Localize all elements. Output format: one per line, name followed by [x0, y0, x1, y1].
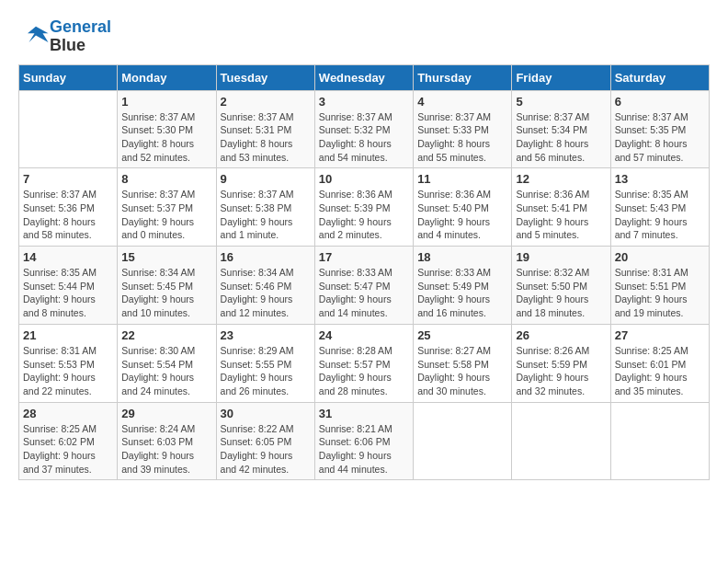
- calendar-cell: 25Sunrise: 8:27 AMSunset: 5:58 PMDayligh…: [414, 324, 512, 402]
- calendar-cell: 19Sunrise: 8:32 AMSunset: 5:50 PMDayligh…: [512, 247, 610, 325]
- day-number: 10: [319, 172, 409, 186]
- calendar-cell: 3Sunrise: 8:37 AMSunset: 5:32 PMDaylight…: [314, 90, 413, 168]
- calendar-cell: 8Sunrise: 8:37 AMSunset: 5:37 PMDaylight…: [118, 168, 216, 247]
- page-header: GeneralBlue: [18, 18, 710, 55]
- calendar-cell: [512, 402, 610, 480]
- day-number: 15: [121, 250, 211, 264]
- day-info: Sunrise: 8:36 AMSunset: 5:39 PMDaylight:…: [319, 188, 409, 242]
- calendar-cell: 27Sunrise: 8:25 AMSunset: 6:01 PMDayligh…: [610, 324, 709, 402]
- day-number: 5: [516, 95, 606, 109]
- column-header-monday: Monday: [118, 64, 216, 90]
- day-info: Sunrise: 8:34 AMSunset: 5:45 PMDaylight:…: [121, 266, 211, 320]
- calendar-week-5: 28Sunrise: 8:25 AMSunset: 6:02 PMDayligh…: [19, 402, 710, 480]
- calendar-cell: [19, 90, 118, 168]
- calendar-cell: 15Sunrise: 8:34 AMSunset: 5:45 PMDayligh…: [118, 247, 216, 325]
- day-number: 6: [615, 95, 705, 109]
- calendar-cell: 7Sunrise: 8:37 AMSunset: 5:36 PMDaylight…: [19, 168, 118, 247]
- calendar-cell: 23Sunrise: 8:29 AMSunset: 5:55 PMDayligh…: [216, 324, 314, 402]
- calendar-cell: 17Sunrise: 8:33 AMSunset: 5:47 PMDayligh…: [314, 247, 413, 325]
- day-info: Sunrise: 8:37 AMSunset: 5:34 PMDaylight:…: [516, 110, 606, 165]
- calendar-cell: 12Sunrise: 8:36 AMSunset: 5:41 PMDayligh…: [512, 168, 610, 247]
- day-number: 17: [319, 250, 409, 264]
- day-number: 28: [23, 407, 113, 420]
- day-info: Sunrise: 8:37 AMSunset: 5:32 PMDaylight:…: [319, 110, 409, 165]
- day-info: Sunrise: 8:25 AMSunset: 6:02 PMDaylight:…: [23, 422, 113, 477]
- calendar-cell: 30Sunrise: 8:22 AMSunset: 6:05 PMDayligh…: [216, 402, 314, 480]
- day-info: Sunrise: 8:37 AMSunset: 5:30 PMDaylight:…: [121, 110, 211, 165]
- calendar-cell: 29Sunrise: 8:24 AMSunset: 6:03 PMDayligh…: [118, 402, 216, 480]
- day-info: Sunrise: 8:26 AMSunset: 5:59 PMDaylight:…: [516, 344, 606, 398]
- day-number: 12: [516, 172, 606, 186]
- calendar-cell: 9Sunrise: 8:37 AMSunset: 5:38 PMDaylight…: [216, 168, 314, 247]
- day-info: Sunrise: 8:34 AMSunset: 5:46 PMDaylight:…: [221, 266, 311, 320]
- day-number: 22: [121, 328, 211, 342]
- column-header-sunday: Sunday: [19, 64, 118, 90]
- day-info: Sunrise: 8:33 AMSunset: 5:49 PMDaylight:…: [417, 266, 507, 320]
- day-number: 21: [23, 328, 113, 342]
- day-info: Sunrise: 8:35 AMSunset: 5:43 PMDaylight:…: [615, 188, 705, 242]
- day-number: 31: [319, 407, 409, 420]
- day-number: 24: [319, 328, 409, 342]
- day-info: Sunrise: 8:27 AMSunset: 5:58 PMDaylight:…: [417, 344, 507, 398]
- day-info: Sunrise: 8:37 AMSunset: 5:33 PMDaylight:…: [417, 110, 507, 165]
- day-info: Sunrise: 8:32 AMSunset: 5:50 PMDaylight:…: [516, 266, 606, 320]
- calendar-cell: 4Sunrise: 8:37 AMSunset: 5:33 PMDaylight…: [414, 90, 512, 168]
- day-info: Sunrise: 8:37 AMSunset: 5:35 PMDaylight:…: [615, 110, 705, 165]
- calendar-cell: 13Sunrise: 8:35 AMSunset: 5:43 PMDayligh…: [610, 168, 709, 247]
- day-info: Sunrise: 8:21 AMSunset: 6:06 PMDaylight:…: [319, 422, 409, 477]
- day-number: 29: [121, 407, 211, 420]
- calendar-cell: 21Sunrise: 8:31 AMSunset: 5:53 PMDayligh…: [19, 324, 118, 402]
- logo: GeneralBlue: [18, 18, 111, 55]
- column-header-friday: Friday: [512, 64, 610, 90]
- day-number: 1: [121, 95, 211, 109]
- day-number: 23: [221, 328, 311, 342]
- day-number: 13: [615, 172, 705, 186]
- column-header-saturday: Saturday: [610, 64, 709, 90]
- calendar-cell: 1Sunrise: 8:37 AMSunset: 5:30 PMDaylight…: [118, 90, 216, 168]
- day-info: Sunrise: 8:30 AMSunset: 5:54 PMDaylight:…: [121, 344, 211, 398]
- day-number: 26: [516, 328, 606, 342]
- column-header-wednesday: Wednesday: [314, 64, 413, 90]
- day-number: 4: [417, 95, 507, 109]
- logo-text: GeneralBlue: [50, 18, 111, 55]
- day-number: 27: [615, 328, 705, 342]
- day-info: Sunrise: 8:33 AMSunset: 5:47 PMDaylight:…: [319, 266, 409, 320]
- calendar-cell: 24Sunrise: 8:28 AMSunset: 5:57 PMDayligh…: [314, 324, 413, 402]
- day-info: Sunrise: 8:36 AMSunset: 5:40 PMDaylight:…: [417, 188, 507, 242]
- calendar-cell: 5Sunrise: 8:37 AMSunset: 5:34 PMDaylight…: [512, 90, 610, 168]
- svg-marker-0: [28, 26, 49, 41]
- day-number: 9: [221, 172, 311, 186]
- day-number: 3: [319, 95, 409, 109]
- day-number: 11: [417, 172, 507, 186]
- day-info: Sunrise: 8:25 AMSunset: 6:01 PMDaylight:…: [615, 344, 705, 398]
- day-number: 14: [23, 250, 113, 264]
- calendar-cell: 18Sunrise: 8:33 AMSunset: 5:49 PMDayligh…: [414, 247, 512, 325]
- calendar-cell: 11Sunrise: 8:36 AMSunset: 5:40 PMDayligh…: [414, 168, 512, 247]
- day-number: 2: [221, 95, 311, 109]
- calendar-week-4: 21Sunrise: 8:31 AMSunset: 5:53 PMDayligh…: [19, 324, 710, 402]
- day-number: 8: [121, 172, 211, 186]
- day-info: Sunrise: 8:37 AMSunset: 5:36 PMDaylight:…: [23, 188, 113, 242]
- day-info: Sunrise: 8:28 AMSunset: 5:57 PMDaylight:…: [319, 344, 409, 398]
- calendar-cell: 26Sunrise: 8:26 AMSunset: 5:59 PMDayligh…: [512, 324, 610, 402]
- column-header-thursday: Thursday: [414, 64, 512, 90]
- calendar-cell: 14Sunrise: 8:35 AMSunset: 5:44 PMDayligh…: [19, 247, 118, 325]
- calendar-cell: 22Sunrise: 8:30 AMSunset: 5:54 PMDayligh…: [118, 324, 216, 402]
- calendar-cell: 16Sunrise: 8:34 AMSunset: 5:46 PMDayligh…: [216, 247, 314, 325]
- day-info: Sunrise: 8:35 AMSunset: 5:44 PMDaylight:…: [23, 266, 113, 320]
- calendar-cell: 10Sunrise: 8:36 AMSunset: 5:39 PMDayligh…: [314, 168, 413, 247]
- calendar-cell: 2Sunrise: 8:37 AMSunset: 5:31 PMDaylight…: [216, 90, 314, 168]
- day-number: 7: [23, 172, 113, 186]
- day-info: Sunrise: 8:31 AMSunset: 5:53 PMDaylight:…: [23, 344, 113, 398]
- day-number: 19: [516, 250, 606, 264]
- day-info: Sunrise: 8:37 AMSunset: 5:31 PMDaylight:…: [221, 110, 311, 165]
- day-info: Sunrise: 8:37 AMSunset: 5:38 PMDaylight:…: [221, 188, 311, 242]
- day-info: Sunrise: 8:24 AMSunset: 6:03 PMDaylight:…: [121, 422, 211, 477]
- calendar-week-3: 14Sunrise: 8:35 AMSunset: 5:44 PMDayligh…: [19, 247, 710, 325]
- day-number: 18: [417, 250, 507, 264]
- day-info: Sunrise: 8:36 AMSunset: 5:41 PMDaylight:…: [516, 188, 606, 242]
- day-info: Sunrise: 8:29 AMSunset: 5:55 PMDaylight:…: [221, 344, 311, 398]
- calendar-table: SundayMondayTuesdayWednesdayThursdayFrid…: [18, 64, 710, 481]
- calendar-week-2: 7Sunrise: 8:37 AMSunset: 5:36 PMDaylight…: [19, 168, 710, 247]
- day-number: 25: [417, 328, 507, 342]
